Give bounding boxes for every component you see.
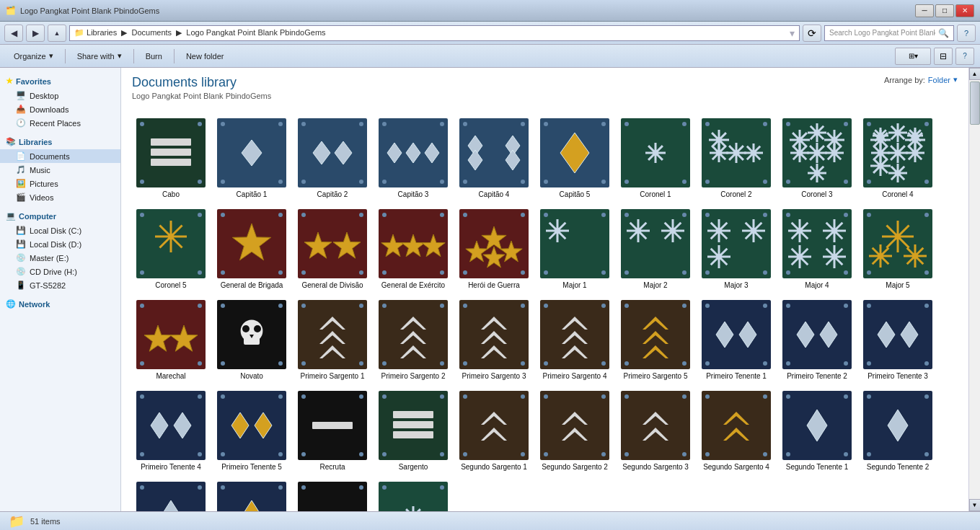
icon-item-37[interactable]: Segundo Sargento 4 bbox=[697, 387, 775, 475]
icon-item-22[interactable]: Primeiro Sargento 1 bbox=[293, 296, 371, 384]
icon-item-13[interactable]: General de Exército bbox=[374, 206, 452, 293]
sidebar-item-documents[interactable]: 📄 Documents bbox=[0, 149, 120, 163]
icon-item-17[interactable]: Major 3 bbox=[697, 206, 775, 293]
icon-item-15[interactable]: Major 1 bbox=[536, 206, 614, 293]
burn-button[interactable]: Burn bbox=[138, 48, 170, 65]
icon-item-39[interactable]: Segundo Tenente 2 bbox=[859, 387, 937, 475]
up-button[interactable]: ▲ bbox=[48, 25, 66, 42]
forward-button[interactable]: ▶ bbox=[26, 25, 45, 42]
icon-item-7[interactable]: Coronel 2 bbox=[697, 115, 775, 203]
icon-item-9[interactable]: Coronel 4 bbox=[859, 115, 937, 203]
icon-item-5[interactable]: Capitão 5 bbox=[536, 115, 614, 203]
scroll-down-arrow[interactable]: ▼ bbox=[969, 499, 981, 511]
view-toggle-button[interactable]: ⊞▾ bbox=[895, 48, 931, 65]
icon-item-33[interactable]: Sargento bbox=[374, 387, 452, 475]
address-path[interactable]: 📁 Libraries ▶ Documents ▶ Logo Pangkat P… bbox=[69, 25, 800, 41]
sidebar-item-music[interactable]: 🎵 Music bbox=[0, 163, 120, 177]
svg-rect-510 bbox=[540, 391, 609, 460]
icon-item-19[interactable]: Major 5 bbox=[859, 206, 937, 293]
svg-point-519 bbox=[682, 452, 687, 456]
icon-item-32[interactable]: Recruta bbox=[293, 387, 371, 475]
search-box[interactable]: Search Logo Pangkat Point Blank Pbi... 🔍 bbox=[824, 25, 954, 41]
svg-rect-466 bbox=[702, 300, 771, 369]
search-icon[interactable]: 🔍 bbox=[938, 28, 949, 38]
icon-item-16[interactable]: Major 2 bbox=[617, 206, 694, 293]
network-header[interactable]: 🌐 Network bbox=[0, 296, 120, 312]
icon-item-42[interactable]: Soldado bbox=[293, 478, 371, 511]
close-button[interactable]: ✕ bbox=[955, 4, 974, 17]
svg-point-444 bbox=[301, 361, 306, 366]
arrange-by-value[interactable]: Folder bbox=[928, 76, 950, 84]
icon-item-36[interactable]: Segundo Sargento 3 bbox=[617, 387, 694, 475]
details-pane-button[interactable]: ⊟ bbox=[934, 48, 953, 65]
icon-item-40[interactable]: Segundo Tenente 3 bbox=[132, 478, 210, 511]
svg-point-300 bbox=[624, 213, 629, 217]
sidebar-item-videos[interactable]: 🎬 Videos bbox=[0, 190, 120, 204]
icon-item-34[interactable]: Segundo Sargento 1 bbox=[455, 387, 533, 475]
icon-item-30[interactable]: Primeiro Tenente 4 bbox=[132, 387, 210, 475]
icon-item-20[interactable]: Marechal bbox=[132, 296, 210, 384]
icon-item-11[interactable]: General de Brigada bbox=[213, 206, 291, 293]
icon-item-24[interactable]: Primeiro Sargento 3 bbox=[455, 296, 533, 384]
icon-item-28[interactable]: Primeiro Tenente 2 bbox=[778, 296, 856, 384]
icon-item-2[interactable]: Capitão 2 bbox=[293, 115, 371, 203]
icon-item-10[interactable]: Coronel 5 bbox=[132, 206, 210, 293]
sidebar-item-cd-drive-h[interactable]: 💿 CD Drive (H:) bbox=[0, 265, 120, 278]
icon-item-41[interactable]: Segundo Tenente 4 bbox=[213, 478, 291, 511]
help-button[interactable]: ? bbox=[957, 25, 976, 42]
icon-item-31[interactable]: Primeiro Tenente 5 bbox=[213, 387, 291, 475]
icon-item-29[interactable]: Primeiro Tenente 3 bbox=[859, 296, 937, 384]
favorites-header[interactable]: ★ Favorites bbox=[0, 74, 120, 89]
icon-item-4[interactable]: Capitão 4 bbox=[455, 115, 533, 203]
svg-point-32 bbox=[601, 180, 606, 184]
icon-item-14[interactable]: Herói de Guerra bbox=[455, 206, 533, 293]
library-header: Documents library Logo Pangkat Point Bla… bbox=[132, 75, 271, 109]
icon-item-1[interactable]: Capitão 1 bbox=[213, 115, 291, 203]
help-toolbar-button[interactable]: ? bbox=[955, 48, 974, 65]
svg-point-500 bbox=[382, 452, 387, 456]
svg-point-528 bbox=[786, 452, 790, 456]
arrange-dropdown-icon[interactable]: ▾ bbox=[953, 75, 958, 84]
scroll-thumb[interactable] bbox=[970, 81, 980, 125]
sidebar-item-downloads[interactable]: 📥 Downloads bbox=[0, 102, 120, 116]
icon-item-26[interactable]: Primeiro Sargento 5 bbox=[617, 296, 694, 384]
icon-item-27[interactable]: Primeiro Tenente 1 bbox=[697, 296, 775, 384]
computer-header[interactable]: 💻 Computer bbox=[0, 208, 120, 224]
icon-item-0[interactable]: Cabo bbox=[132, 115, 210, 203]
icon-item-6[interactable]: Coronel 1 bbox=[617, 115, 694, 203]
svg-point-518 bbox=[624, 452, 629, 456]
sidebar-item-local-disk-c[interactable]: 💾 Local Disk (C:) bbox=[0, 224, 120, 237]
icon-item-3[interactable]: Capitão 3 bbox=[374, 115, 452, 203]
share-with-button[interactable]: Share with ▾ bbox=[69, 48, 130, 65]
icon-item-12[interactable]: General de Divisão bbox=[293, 206, 371, 293]
sidebar-item-desktop[interactable]: 🖥️ Desktop bbox=[0, 89, 120, 102]
back-button[interactable]: ◀ bbox=[4, 25, 23, 42]
icon-thumb-39 bbox=[863, 391, 932, 460]
organize-button[interactable]: Organize ▾ bbox=[6, 48, 61, 65]
svg-point-490 bbox=[278, 452, 283, 456]
icon-item-43[interactable]: Tenente Coronel 1 bbox=[374, 478, 452, 511]
icon-item-35[interactable]: Segundo Sargento 2 bbox=[536, 387, 614, 475]
icon-item-38[interactable]: Segundo Tenente 1 bbox=[778, 387, 856, 475]
minimize-button[interactable]: ─ bbox=[915, 4, 934, 17]
icon-thumb-42 bbox=[298, 482, 367, 511]
right-scrollbar[interactable]: ▲ ▼ bbox=[968, 68, 980, 511]
icon-item-8[interactable]: Coronel 3 bbox=[778, 115, 856, 203]
new-folder-button[interactable]: New folder bbox=[178, 48, 232, 65]
icon-item-21[interactable]: Novato bbox=[213, 296, 291, 384]
maximize-button[interactable]: □ bbox=[935, 4, 954, 17]
sidebar-item-local-disk-d[interactable]: 💾 Local Disk (D:) bbox=[0, 237, 120, 251]
sidebar-item-gt-s5282[interactable]: 📱 GT-S5282 bbox=[0, 278, 120, 292]
sidebar-item-master-e[interactable]: 💿 Master (E:) bbox=[0, 251, 120, 265]
libraries-header[interactable]: 📚 Libraries bbox=[0, 134, 120, 149]
svg-point-468 bbox=[763, 304, 767, 308]
icon-item-18[interactable]: Major 4 bbox=[778, 206, 856, 293]
sidebar-item-recent-places[interactable]: 🕐 Recent Places bbox=[0, 116, 120, 130]
sidebar-item-pictures[interactable]: 🖼️ Pictures bbox=[0, 177, 120, 190]
scroll-up-arrow[interactable]: ▲ bbox=[969, 68, 981, 80]
icon-item-25[interactable]: Primeiro Sargento 4 bbox=[536, 296, 614, 384]
refresh-button[interactable]: ⟳ bbox=[803, 25, 821, 42]
svg-point-532 bbox=[924, 394, 929, 399]
svg-point-458 bbox=[601, 304, 606, 308]
icon-item-23[interactable]: Primeiro Sargento 2 bbox=[374, 296, 452, 384]
